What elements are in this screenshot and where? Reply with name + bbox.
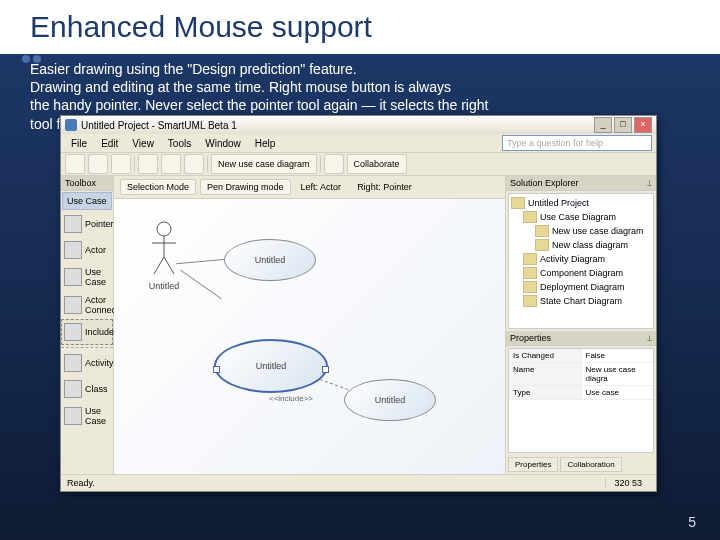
diagram-icon: [535, 225, 549, 237]
separator-icon: [134, 156, 135, 172]
bullet-icon: [22, 55, 30, 63]
property-value[interactable]: New use case diagra: [582, 363, 654, 385]
tree-item[interactable]: New class diagram: [511, 238, 651, 252]
tab-properties[interactable]: Properties: [508, 457, 558, 472]
toolbox-item-pointer[interactable]: Pointer: [61, 211, 113, 237]
property-row[interactable]: Is ChangedFalse: [509, 349, 653, 363]
toolbar-button[interactable]: [324, 154, 344, 174]
usecase-icon: [64, 407, 82, 425]
separator-icon: [207, 156, 208, 172]
menu-view[interactable]: View: [126, 137, 160, 150]
tree-item[interactable]: Activity Diagram: [511, 252, 651, 266]
tree-item[interactable]: Deployment Diagram: [511, 280, 651, 294]
canvas-toolbar: Selection Mode Pen Drawing mode Left: Ac…: [114, 176, 505, 199]
toolbox-label: Pointer: [85, 219, 114, 229]
toolbox-item-usecase[interactable]: Use Case: [61, 263, 113, 291]
toolbox-item-includes[interactable]: Includes: [61, 319, 113, 345]
collaborate-button[interactable]: Collaborate: [347, 154, 407, 174]
toolbox-category-activity[interactable]: Activity: [61, 350, 113, 376]
toolbox-category[interactable]: Use Case: [62, 192, 112, 210]
toolbar-button[interactable]: [65, 154, 85, 174]
include-line[interactable]: [320, 379, 349, 390]
actor-shape[interactable]: Untitled: [144, 219, 184, 299]
tree-label: State Chart Diagram: [540, 296, 622, 306]
connector-icon: [64, 296, 82, 314]
close-button[interactable]: ×: [634, 117, 652, 133]
window-titlebar[interactable]: Untitled Project - SmartUML Beta 1 _ □ ×: [61, 116, 656, 134]
pen-mode-button[interactable]: Pen Drawing mode: [200, 179, 291, 195]
slide-title: Enhanced Mouse support: [0, 0, 720, 54]
menu-help[interactable]: Help: [249, 137, 282, 150]
status-bar: Ready. 320 53: [61, 474, 656, 491]
tree-label: New use case diagram: [552, 226, 644, 236]
tree-root[interactable]: Untitled Project: [511, 196, 651, 210]
menu-edit[interactable]: Edit: [95, 137, 124, 150]
toolbar-button[interactable]: [161, 154, 181, 174]
toolbox-label: Actor: [85, 245, 106, 255]
usecase-icon: [64, 268, 82, 286]
solution-explorer-header: Solution Explorer⟂: [506, 176, 656, 191]
tree-label: Component Diagram: [540, 268, 623, 278]
property-value[interactable]: False: [582, 349, 654, 362]
actor-icon: [64, 241, 82, 259]
help-search-input[interactable]: Type a question for help: [502, 135, 652, 151]
toolbar-button[interactable]: [184, 154, 204, 174]
svg-line-4: [164, 257, 174, 274]
separator-icon: [320, 156, 321, 172]
property-row[interactable]: TypeUse case: [509, 386, 653, 400]
usecase-shape-selected[interactable]: Untitled: [214, 339, 328, 393]
class-icon: [64, 380, 82, 398]
diagram-canvas[interactable]: Untitled Untitled Untitled <<include>> U…: [114, 199, 505, 474]
diagram-icon: [535, 239, 549, 251]
menu-file[interactable]: File: [65, 137, 93, 150]
toolbar-button[interactable]: [88, 154, 108, 174]
property-value[interactable]: Use case: [582, 386, 654, 399]
toolbox-category-class[interactable]: Class: [61, 376, 113, 402]
toolbar-button[interactable]: [138, 154, 158, 174]
toolbox-item-connector[interactable]: Actor Connector: [61, 291, 113, 319]
window-title: Untitled Project - SmartUML Beta 1: [81, 120, 237, 131]
status-coords: 320 53: [605, 478, 650, 488]
solution-tree[interactable]: Untitled Project Use Case Diagram New us…: [508, 193, 654, 329]
subtitle-line: Easier drawing using the "Design predict…: [30, 61, 357, 77]
slide: Enhanced Mouse support Easier drawing us…: [0, 0, 720, 540]
status-text: Ready.: [67, 478, 95, 488]
folder-icon: [523, 267, 537, 279]
selection-mode-button[interactable]: Selection Mode: [120, 179, 196, 195]
toolbox-item-actor[interactable]: Actor: [61, 237, 113, 263]
tree-item[interactable]: Use Case Diagram: [511, 210, 651, 224]
menu-window[interactable]: Window: [199, 137, 247, 150]
tree-label: Untitled Project: [528, 198, 589, 208]
association-line[interactable]: [180, 270, 222, 299]
toolbox-category-usecase[interactable]: Use Case: [61, 402, 113, 430]
tree-item[interactable]: Component Diagram: [511, 266, 651, 280]
svg-point-0: [157, 222, 171, 236]
shape-label: Untitled: [256, 361, 287, 371]
menu-tools[interactable]: Tools: [162, 137, 197, 150]
panel-title: Solution Explorer: [510, 178, 579, 188]
right-tool-label: Right: Pointer: [351, 180, 418, 194]
usecase-shape[interactable]: Untitled: [344, 379, 436, 421]
minimize-button[interactable]: _: [594, 117, 612, 133]
toolbox-label: Activity: [85, 358, 114, 368]
pin-icon[interactable]: ⟂: [647, 333, 652, 343]
include-label: <<include>>: [269, 394, 313, 403]
folder-icon: [523, 281, 537, 293]
pin-icon[interactable]: ⟂: [647, 178, 652, 188]
property-row[interactable]: NameNew use case diagra: [509, 363, 653, 386]
maximize-button[interactable]: □: [614, 117, 632, 133]
subtitle-line: the handy pointer. Never select the poin…: [30, 97, 488, 113]
tab-collaboration[interactable]: Collaboration: [560, 457, 621, 472]
separator-icon: [61, 347, 113, 348]
tree-item[interactable]: State Chart Diagram: [511, 294, 651, 308]
new-diagram-dropdown[interactable]: New use case diagram: [211, 154, 317, 174]
project-icon: [511, 197, 525, 209]
window-controls: _ □ ×: [594, 117, 652, 133]
toolbox-label: Use Case: [85, 406, 110, 426]
tree-label: New class diagram: [552, 240, 628, 250]
usecase-shape[interactable]: Untitled: [224, 239, 316, 281]
properties-grid[interactable]: Is ChangedFalse NameNew use case diagra …: [508, 348, 654, 453]
toolbar-button[interactable]: [111, 154, 131, 174]
properties-panel: Properties⟂ Is ChangedFalse NameNew use …: [506, 331, 656, 474]
tree-item[interactable]: New use case diagram: [511, 224, 651, 238]
